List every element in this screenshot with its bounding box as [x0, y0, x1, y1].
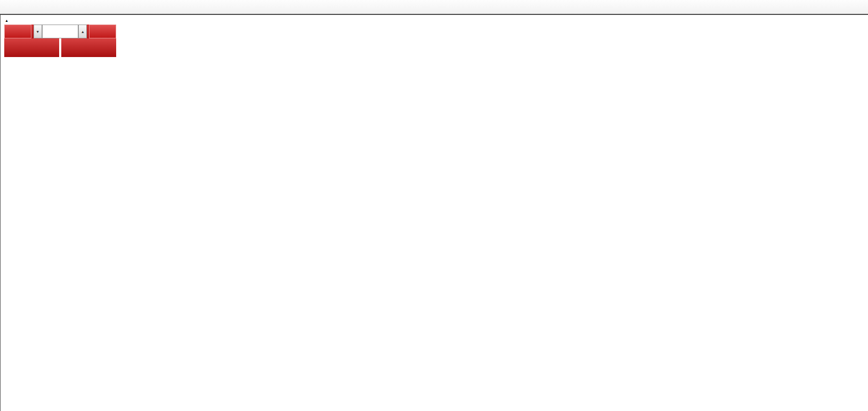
buy-quote[interactable] — [61, 38, 116, 57]
main-toolbar — [0, 0, 868, 15]
one-click-trading-panel: ▼ ▲ — [4, 25, 116, 57]
volume-decrease-button[interactable]: ▼ — [34, 25, 42, 38]
volume-increase-button[interactable]: ▲ — [78, 25, 87, 38]
trade-panel-controls: ▼ ▲ — [4, 25, 116, 38]
chart-title: ▲ — [5, 18, 13, 23]
mt4-terminal: ▲ ▼ ▲ — [0, 0, 868, 411]
price-chart — [1, 15, 868, 411]
sell-quote[interactable] — [4, 38, 59, 57]
window-collapse-icon[interactable]: ▲ — [5, 19, 9, 22]
sell-button[interactable] — [4, 25, 31, 38]
trade-panel-quotes — [4, 38, 116, 57]
chart-window — [0, 15, 868, 411]
volume-input[interactable] — [42, 25, 79, 38]
buy-button[interactable] — [89, 25, 116, 38]
